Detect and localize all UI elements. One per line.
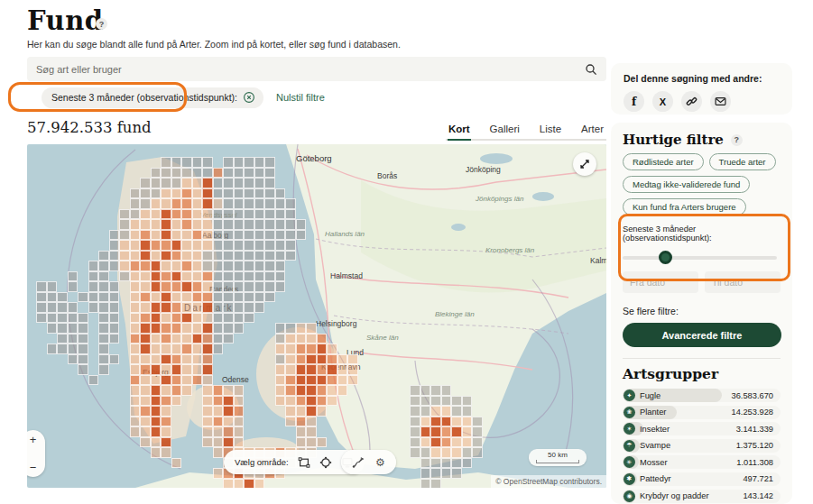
grid-cell[interactable] xyxy=(161,281,171,292)
grid-cell[interactable] xyxy=(420,406,431,417)
grid-cell[interactable] xyxy=(337,375,348,386)
grid-cell[interactable] xyxy=(306,426,317,437)
grid-cell[interactable] xyxy=(202,240,213,251)
grid-cell[interactable] xyxy=(264,219,275,230)
grid-cell[interactable] xyxy=(254,157,265,168)
grid-cell[interactable] xyxy=(171,292,182,303)
grid-cell[interactable] xyxy=(347,354,358,365)
grid-cell[interactable] xyxy=(140,385,151,396)
grid-cell[interactable] xyxy=(254,219,265,230)
grid-cell[interactable] xyxy=(181,292,192,303)
species-group-row[interactable]: ✱Pattedyr497.721 xyxy=(623,472,781,486)
grid-cell[interactable] xyxy=(161,313,171,324)
grid-cell[interactable] xyxy=(47,281,58,292)
grid-cell[interactable] xyxy=(234,240,245,251)
grid-cell[interactable] xyxy=(441,385,452,396)
grid-cell[interactable] xyxy=(161,396,171,407)
grid-cell[interactable] xyxy=(171,323,182,334)
grid-cell[interactable] xyxy=(192,240,203,251)
grid-cell[interactable] xyxy=(181,157,192,168)
grid-cell[interactable] xyxy=(264,178,275,188)
grid-cell[interactable] xyxy=(234,385,245,396)
grid-cell[interactable] xyxy=(140,354,151,365)
grid-cell[interactable] xyxy=(285,230,296,241)
grid-cell[interactable] xyxy=(254,479,265,489)
grid-cell[interactable] xyxy=(98,292,109,303)
grid-cell[interactable] xyxy=(213,344,224,354)
grid-cell[interactable] xyxy=(151,178,162,188)
grid-cell[interactable] xyxy=(151,396,162,407)
grid-cell[interactable] xyxy=(244,271,254,282)
grid-cell[interactable] xyxy=(285,334,296,344)
grid-cell[interactable] xyxy=(130,406,141,417)
grid-cell[interactable] xyxy=(140,364,151,375)
grid-cell[interactable] xyxy=(296,323,307,334)
grid-cell[interactable] xyxy=(192,219,203,230)
grid-cell[interactable] xyxy=(296,385,307,396)
grid-cell[interactable] xyxy=(223,292,234,303)
grid-cell[interactable] xyxy=(140,281,151,292)
slider-track[interactable] xyxy=(623,256,777,260)
grid-cell[interactable] xyxy=(234,188,245,199)
grid-cell[interactable] xyxy=(430,458,441,469)
grid-cell[interactable] xyxy=(171,302,182,313)
grid-cell[interactable] xyxy=(296,426,307,437)
active-filter-chip[interactable]: Seneste 3 måneder (observationstidspunkt… xyxy=(42,87,263,108)
grid-cell[interactable] xyxy=(275,375,286,386)
grid-cell[interactable] xyxy=(130,334,141,344)
grid-cell[interactable] xyxy=(223,385,234,396)
grid-cell[interactable] xyxy=(296,437,307,448)
grid-cell[interactable] xyxy=(57,344,68,354)
grid-cell[interactable] xyxy=(264,168,275,179)
grid-cell[interactable] xyxy=(192,313,203,324)
grid-cell[interactable] xyxy=(68,271,79,282)
grid-cell[interactable] xyxy=(420,417,431,427)
grid-cell[interactable] xyxy=(181,302,192,313)
grid-cell[interactable] xyxy=(317,437,328,448)
grid-cell[interactable] xyxy=(171,364,182,375)
grid-cell[interactable] xyxy=(234,437,245,448)
grid-cell[interactable] xyxy=(202,198,213,209)
grid-cell[interactable] xyxy=(78,364,88,375)
grid-cell[interactable] xyxy=(140,396,151,407)
grid-cell[interactable] xyxy=(223,261,234,271)
grid-cell[interactable] xyxy=(78,354,88,365)
grid-cell[interactable] xyxy=(202,209,213,220)
grid-cell[interactable] xyxy=(57,334,68,344)
grid-cell[interactable] xyxy=(181,240,192,251)
grid-cell[interactable] xyxy=(244,168,254,179)
grid-cell[interactable] xyxy=(202,271,213,282)
grid-cell[interactable] xyxy=(213,168,224,179)
grid-cell[interactable] xyxy=(171,157,182,168)
grid-cell[interactable] xyxy=(317,375,328,386)
grid-cell[interactable] xyxy=(171,271,182,282)
grid-cell[interactable] xyxy=(472,437,483,448)
grid-cell[interactable] xyxy=(296,406,307,417)
grid-cell[interactable] xyxy=(36,302,47,313)
grid-cell[interactable] xyxy=(192,323,203,334)
grid-cell[interactable] xyxy=(264,188,275,199)
species-group-row[interactable]: ✦Fugle36.583.670 xyxy=(623,389,781,402)
map[interactable]: GöteborgBoråsJönköpingJönköpings länHall… xyxy=(27,144,606,488)
grid-cell[interactable] xyxy=(57,302,68,313)
grid-cell[interactable] xyxy=(68,281,79,292)
grid-cell[interactable] xyxy=(181,251,192,261)
grid-cell[interactable] xyxy=(109,230,120,241)
grid-cell[interactable] xyxy=(119,230,130,241)
grid-cell[interactable] xyxy=(275,323,286,334)
grid-cell[interactable] xyxy=(98,271,109,282)
grid-cell[interactable] xyxy=(192,364,203,375)
grid-cell[interactable] xyxy=(234,219,245,230)
grid-cell[interactable] xyxy=(130,240,141,251)
grid-cell[interactable] xyxy=(317,334,328,344)
grid-cell[interactable] xyxy=(130,209,141,220)
grid-cell[interactable] xyxy=(161,209,171,220)
grid-cell[interactable] xyxy=(244,198,254,209)
grid-cell[interactable] xyxy=(462,406,473,417)
grid-cell[interactable] xyxy=(192,261,203,271)
grid-cell[interactable] xyxy=(234,417,245,427)
grid-cell[interactable] xyxy=(192,344,203,354)
grid-cell[interactable] xyxy=(202,281,213,292)
grid-cell[interactable] xyxy=(264,209,275,220)
grid-cell[interactable] xyxy=(140,323,151,334)
